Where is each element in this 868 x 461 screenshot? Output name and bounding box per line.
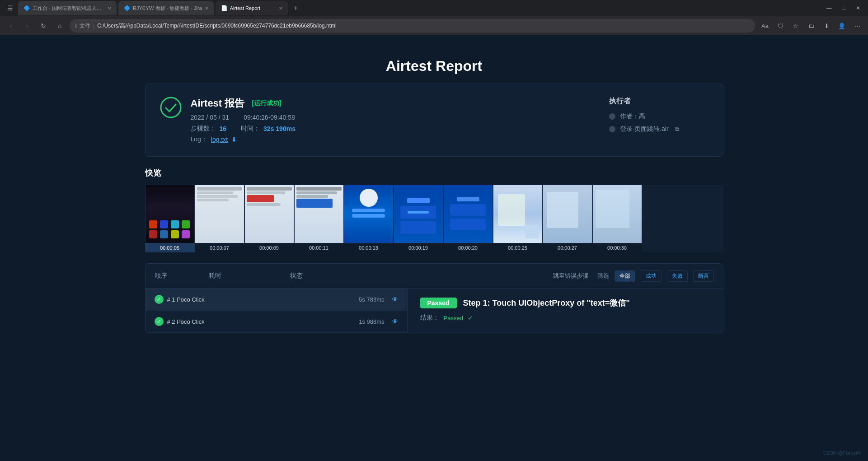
screenshot-time-1: 00:00:05 (145, 243, 195, 252)
step2-name: # 2 Poco Click (167, 318, 339, 325)
copy-icon[interactable]: ⧉ (675, 126, 679, 132)
screenshot-img-5 (344, 185, 394, 243)
screenshot-time-5: 00:00:13 (344, 243, 394, 252)
reload-button[interactable]: ↻ (37, 19, 50, 32)
executor-section: 执行者 作者：高 登录-页面跳转.air ⧉ (609, 97, 708, 133)
quick-view-section: 快览 00:00:05 (145, 168, 723, 252)
screenshot-img-7 (443, 185, 493, 243)
browser-chrome: ☰ 🔷 工作台 - 国网瑞嘉智能机器人云... ✕ 🔷 RJYCYW 看板 - … (0, 0, 868, 35)
step-detail-panel: Passed Step 1: Touch UIObjectProxy of "t… (408, 289, 723, 333)
log-row: Log： log.txt ⬇ (191, 135, 600, 144)
filter-assert-button[interactable]: 断言 (693, 270, 714, 282)
step2-eye-button[interactable]: 👁 (392, 318, 398, 325)
step1-eye-button[interactable]: 👁 (392, 296, 398, 303)
step1-status-icon: ✓ (155, 295, 164, 304)
maximize-button[interactable]: □ (837, 2, 850, 14)
screenshot-4[interactable]: 00:00:11 (294, 185, 344, 252)
browser-tab-2[interactable]: 🔷 RJYCYW 看板 - 敏捷看板 - Jira ✕ (118, 1, 214, 15)
jump-error-button[interactable]: 跳至错误步骤 (549, 270, 592, 282)
quick-view-label: 快览 (145, 168, 723, 178)
screenshot-time-6: 00:00:19 (394, 243, 443, 252)
duration-item: 时间： 32s 190ms (241, 125, 296, 133)
favorites-button[interactable]: ☆ (789, 19, 802, 32)
steps-list: ✓ # 1 Poco Click 5s 783ms 👁 ✓ # 2 Poco C… (145, 289, 408, 333)
tab2-close[interactable]: ✕ (205, 6, 208, 11)
screenshot-9[interactable]: 00:00:27 (543, 185, 592, 252)
tab1-label: 工作台 - 国网瑞嘉智能机器人云... (33, 5, 105, 12)
screenshot-time-4: 00:00:11 (294, 243, 344, 252)
step1-name: # 1 Poco Click (167, 296, 339, 303)
back-button[interactable]: ‹ (5, 19, 17, 32)
col-status-label: 状态 (290, 272, 549, 280)
browser-titlebar: ☰ 🔷 工作台 - 国网瑞嘉智能机器人云... ✕ 🔷 RJYCYW 看板 - … (0, 0, 868, 16)
screenshots-row: 00:00:05 00:00:07 (145, 185, 723, 252)
step-result-row: 结果： Passed ✓ (420, 314, 710, 322)
address-file-label: 文件 (80, 22, 90, 30)
address-bar[interactable]: ℹ 文件 | C:/Users/高/AppData/Local/Temp/Air… (70, 19, 755, 33)
screenshot-img-10 (592, 185, 642, 243)
report-meta: 2022 / 05 / 31 09:40:26-09:40:58 (191, 114, 600, 121)
home-button[interactable]: ⌂ (53, 19, 66, 32)
report-stats: 步骤数： 16 时间： 32s 190ms (191, 125, 600, 133)
log-download-button[interactable]: ⬇ (231, 136, 237, 143)
screenshot-10[interactable]: 00:00:30 (592, 185, 642, 252)
screenshot-time-9: 00:00:27 (543, 243, 592, 252)
screenshot-5[interactable]: 00:00:13 (344, 185, 394, 252)
filter-fail-button[interactable]: 失败 (667, 270, 688, 282)
forward-button[interactable]: › (21, 19, 33, 32)
browser-tab-1[interactable]: 🔷 工作台 - 国网瑞嘉智能机器人云... ✕ (18, 1, 117, 15)
close-button[interactable]: ✕ (852, 2, 864, 14)
minimize-button[interactable]: ─ (823, 2, 835, 14)
address-separator: | (93, 23, 94, 29)
collections-button[interactable]: 🗂 (805, 19, 817, 32)
sidebar-toggle-button[interactable]: ☰ (4, 2, 16, 14)
screenshot-3[interactable]: 00:00:09 (244, 185, 294, 252)
more-button[interactable]: ⋯ (851, 19, 863, 32)
result-label: 结果： (420, 314, 439, 322)
profile-button[interactable]: 👤 (835, 19, 848, 32)
download-button[interactable]: ⬇ (820, 19, 833, 32)
new-tab-button[interactable]: + (290, 2, 302, 14)
screenshot-time-10: 00:00:30 (592, 243, 642, 252)
screenshot-img-9 (543, 185, 592, 243)
address-url: C:/Users/高/AppData/Local/Temp/AirtestIDE… (97, 22, 337, 30)
screenshot-7[interactable]: 00:00:20 (443, 185, 493, 252)
tab1-close[interactable]: ✕ (108, 6, 111, 11)
step-row-2[interactable]: ✓ # 2 Poco Click 1s 988ms 👁 (145, 311, 407, 333)
step-detail-title: Passed Step 1: Touch UIObjectProxy of "t… (420, 298, 710, 308)
steps-count-item: 步骤数： 16 (191, 125, 227, 133)
screenshot-img-3 (244, 185, 294, 243)
success-check-icon (160, 97, 182, 118)
screenshot-time-8: 00:00:25 (493, 243, 543, 252)
tab3-close[interactable]: ✕ (279, 6, 282, 11)
report-card: Airtest 报告 [运行成功] 2022 / 05 / 31 09:40:2… (145, 84, 723, 157)
toolbar-actions: Aа 🛡 ☆ 🗂 ⬇ 👤 ⋯ (759, 19, 863, 32)
filter-success-button[interactable]: 成功 (641, 270, 662, 282)
steps-section: 顺序 耗时 状态 跳至错误步骤 筛选 全部 成功 失败 断言 ✓ # 1 Poc… (145, 263, 723, 333)
screenshot-6[interactable]: 00:00:19 (394, 185, 443, 252)
script-dot-icon (609, 126, 615, 132)
report-title-text: Airtest 报告 (191, 97, 245, 110)
executor-script: 登录-页面跳转.air ⧉ (609, 125, 708, 133)
screenshot-time-7: 00:00:20 (443, 243, 493, 252)
steps-count-value: 16 (220, 125, 227, 132)
screenshot-2[interactable]: 00:00:07 (195, 185, 244, 252)
tab3-favicon: 📄 (221, 5, 227, 11)
step2-duration: 1s 988ms (339, 318, 385, 325)
browser-tab-3[interactable]: 📄 Airtest Report ✕ (216, 1, 288, 15)
screenshot-8[interactable]: 00:00:25 (493, 185, 543, 252)
log-file-link[interactable]: log.txt (211, 136, 228, 143)
report-date: 2022 / 05 / 31 (191, 114, 230, 121)
filter-all-button[interactable]: 全部 (615, 270, 635, 282)
screenshot-img-8 (493, 185, 543, 243)
read-mode-button[interactable]: Aа (759, 19, 771, 32)
tab1-favicon: 🔷 (23, 5, 30, 11)
screenshot-img-6 (394, 185, 443, 243)
step-row-1[interactable]: ✓ # 1 Poco Click 5s 783ms 👁 (145, 289, 407, 311)
watermark: CSDN @Forest® (822, 450, 861, 456)
browser-toolbar: ‹ › ↻ ⌂ ℹ 文件 | C:/Users/高/AppData/Local/… (0, 16, 868, 35)
shield-button[interactable]: 🛡 (774, 19, 787, 32)
screenshot-1[interactable]: 00:00:05 (145, 185, 195, 252)
step-detail-title-text: Step 1: Touch UIObjectProxy of "text=微信" (463, 298, 630, 308)
steps-actions: 跳至错误步骤 筛选 全部 成功 失败 断言 (549, 270, 714, 282)
